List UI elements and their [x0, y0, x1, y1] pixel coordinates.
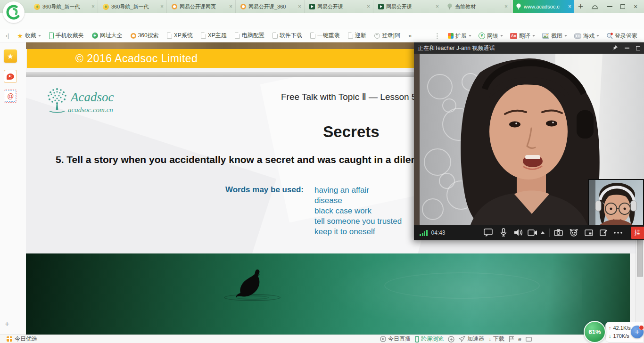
bookmark-label: XP系统	[174, 32, 193, 40]
tab-netease-course-1[interactable]: 网易公开课 ×	[306, 0, 373, 13]
hangup-button[interactable]: 挂	[631, 227, 644, 239]
plugin-screenshot[interactable]: 截图	[542, 32, 567, 40]
bookmark-mobile-favorites[interactable]: 手机收藏夹	[49, 32, 84, 40]
plugin-netbank[interactable]: ¥ 网银	[479, 32, 503, 40]
plugin-login-manager[interactable]: 登录管家	[606, 32, 637, 40]
tab-close-icon[interactable]: ×	[436, 3, 439, 10]
self-view-video[interactable]	[588, 179, 644, 225]
bookmark-site-directory[interactable]: + 网址大全	[92, 32, 123, 40]
tab-current-material[interactable]: 当前教材 ×	[444, 0, 511, 13]
weibo-share-button[interactable]	[4, 70, 17, 83]
scrollbar-thumb[interactable]	[637, 238, 643, 277]
game-face-icon	[574, 33, 581, 39]
translate-badge-icon: Ao	[510, 33, 517, 39]
browser-window: + 360导航_新一代 × + 360导航_新一代 × 网易公开课网页 × 网易…	[0, 0, 644, 343]
camera-options-caret-icon[interactable]	[541, 231, 545, 234]
plugin-label: 游戏	[583, 32, 594, 40]
tab-label: 360导航_新一代	[42, 3, 90, 10]
tab-acadsoc-active[interactable]: www.acadsoc.c ×	[513, 0, 574, 13]
bookmark-xp-theme[interactable]: XP主题	[201, 32, 227, 40]
favorite-star-button[interactable]: ★	[4, 49, 17, 63]
bookmark-welcome[interactable]: 迎新	[348, 32, 366, 40]
collapse-sidebar-icon[interactable]: ‹|	[6, 33, 9, 39]
left-sidebar-rail: ★ @ +	[0, 42, 26, 335]
window-close-button[interactable]: ×	[634, 0, 637, 13]
helper-circle-icon[interactable]	[448, 336, 454, 343]
tab-close-icon[interactable]: ×	[367, 3, 370, 10]
zoom-level-badge[interactable]: 61%	[584, 321, 606, 343]
page-icon	[310, 33, 315, 39]
live-broadcast-item[interactable]: 今日直播	[380, 335, 411, 343]
tab-label: 当前教材	[455, 3, 503, 10]
chat-icon[interactable]	[482, 227, 495, 239]
tab-360nav-2[interactable]: + 360导航_新一代 ×	[100, 0, 167, 13]
tab-netease-web[interactable]: 网易公开课网页 ×	[169, 0, 236, 13]
window-minimize-button[interactable]	[607, 0, 612, 13]
video-window-maximize-icon[interactable]	[636, 46, 640, 50]
bookmark-label: 360搜索	[138, 32, 159, 40]
tab-close-icon[interactable]: ×	[504, 3, 508, 10]
notes-edit-icon[interactable]	[598, 227, 610, 239]
bookmark-pc-config[interactable]: 电脑配置	[235, 32, 264, 40]
window-maximize-button[interactable]	[620, 0, 625, 13]
notification-plus-button[interactable]: +	[631, 326, 644, 338]
layout-pip-icon[interactable]	[583, 227, 595, 239]
bookmark-xp-system[interactable]: XP系统	[167, 32, 193, 40]
speaker-icon[interactable]	[512, 227, 525, 239]
download-item[interactable]: ↓ 下载	[488, 335, 504, 343]
beauty-filter-cat-icon[interactable]	[568, 227, 580, 239]
cross-screen-item[interactable]: 跨屏浏览	[415, 335, 444, 343]
browser-360-logo[interactable]	[3, 1, 25, 23]
tab-label: 网易公开课_360	[248, 3, 296, 10]
bookmark-360-search[interactable]: 360搜索	[131, 32, 159, 40]
copyright-text: © 2016 Acadsoc Limited	[75, 52, 198, 65]
accelerator-item[interactable]: 加速器	[459, 335, 484, 343]
snapshot-camera-icon[interactable]	[553, 227, 565, 239]
tab-360nav-1[interactable]: + 360导航_新一代 ×	[31, 0, 98, 13]
new-tab-button[interactable]: +	[578, 0, 583, 13]
bookmark-one-key-reinstall[interactable]: 一键重装	[310, 32, 340, 40]
download-label: 下载	[493, 335, 504, 343]
video-call-window[interactable]: 正在和Teacher J-ann 视频通话	[414, 42, 644, 240]
person-icon	[374, 33, 380, 39]
mail-at-button[interactable]: @	[4, 90, 17, 103]
video-window-minimize-icon[interactable]	[625, 48, 629, 49]
tab-netease-360[interactable]: 网易公开课_360 ×	[238, 0, 305, 13]
plugin-games[interactable]: 游戏	[574, 32, 599, 40]
report-flag-icon[interactable]	[509, 336, 514, 342]
today-picks-item[interactable]: 今日优选	[7, 335, 37, 343]
plugin-label: 翻译	[519, 32, 530, 40]
window-mode-icon[interactable]	[526, 337, 532, 342]
plugin-translate[interactable]: Ao 翻译	[510, 32, 535, 40]
bookmark-favorites[interactable]: ★ 收藏	[17, 32, 41, 40]
plugin-extensions[interactable]: 扩展	[448, 32, 471, 40]
ie-mode-icon[interactable]: e	[518, 336, 521, 343]
remote-video-feed	[414, 54, 644, 225]
controls-divider	[549, 229, 550, 237]
tab-netease-course-2[interactable]: 网易公开课 ×	[375, 0, 442, 13]
star-icon: ★	[17, 33, 23, 39]
tab-close-icon[interactable]: ×	[568, 3, 571, 10]
tab-close-icon[interactable]: ×	[160, 3, 164, 10]
bookmark-login[interactable]: 登录|阿	[374, 32, 400, 40]
plugin-label: 登录管家	[615, 32, 637, 40]
pin-on-top-icon[interactable]	[611, 45, 618, 51]
bookmarks-overflow-icon[interactable]: »	[408, 32, 412, 39]
sidebar-add-icon[interactable]: +	[5, 319, 9, 329]
plus-circle-icon: +	[92, 33, 98, 39]
more-options-icon[interactable]	[612, 227, 624, 239]
360nav-favicon: +	[34, 4, 40, 10]
bookmark-label: 收藏	[25, 32, 36, 40]
skin-theme-icon[interactable]	[591, 0, 599, 13]
tab-close-icon[interactable]: ×	[229, 3, 232, 10]
tab-close-icon[interactable]: ×	[91, 3, 95, 10]
acadsoc-tree-logo	[45, 86, 69, 115]
microphone-icon[interactable]	[497, 227, 510, 239]
plugin-label: 网银	[487, 32, 498, 40]
video-call-titlebar[interactable]: 正在和Teacher J-ann 视频通话	[414, 42, 644, 54]
live-label: 今日直播	[388, 335, 411, 343]
camera-icon[interactable]	[527, 227, 539, 239]
bookmark-software-download[interactable]: 软件下载	[272, 32, 302, 40]
phone-icon	[49, 32, 54, 39]
tab-close-icon[interactable]: ×	[298, 3, 301, 10]
